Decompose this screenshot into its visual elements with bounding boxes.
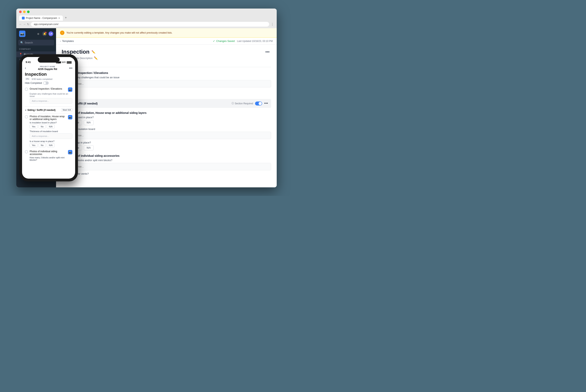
phone-back-btn[interactable]: ‹ (25, 66, 26, 70)
thickness-input[interactable] (62, 132, 271, 139)
close-window-btn[interactable] (19, 10, 22, 13)
field-sublabel: Explain any challenges that could be an … (67, 76, 271, 79)
editing-banner: ! You're currently editing a template. A… (56, 28, 277, 38)
description-row: Enter Template Description ✏️ (62, 56, 271, 60)
phone-radio-no-3[interactable]: No (39, 143, 46, 147)
phone-radio-yes-3[interactable]: Yes (30, 143, 38, 147)
radio-na[interactable]: N/A (84, 120, 94, 125)
browser-menu-btn[interactable]: ⋮ (271, 22, 274, 26)
section-required-label: ⓘ Section Required (232, 102, 253, 105)
wifi-icon: WiFi (62, 61, 66, 64)
forward-btn[interactable]: → (23, 23, 26, 26)
tab-close-btn[interactable]: ✕ (58, 17, 60, 20)
page-title-row: Inspection ✏️ ••• (62, 49, 271, 55)
phone-input-ground[interactable]: Add a response... (30, 98, 72, 104)
phone-input-thickness[interactable]: Add a response... (30, 133, 72, 139)
section-more-btn[interactable]: ••• (264, 101, 268, 106)
last-updated-text: Last Updated 10/16/23, 03:10 PM (237, 40, 273, 42)
new-tab-btn[interactable]: + (63, 15, 99, 21)
phone-mark-na-btn[interactable]: Mark N/A (61, 108, 72, 112)
phone-radio-yes[interactable]: Yes (30, 124, 38, 128)
field-item-ground-inspection: Ground Inspection / Elevations Explain a… (62, 71, 271, 88)
avatar[interactable]: LR (49, 32, 53, 36)
active-browser-tab[interactable]: Project Name - Companycam ✕ (19, 16, 63, 21)
changes-saved-label: Changes Saved (216, 40, 235, 42)
changes-saved-status: ✓ Changes Saved (213, 40, 235, 42)
notifications-btn[interactable]: 🔔 (42, 32, 47, 36)
radio-group-insulation: Yes No N/A (62, 120, 271, 125)
phone-page-title: Inspection (25, 72, 72, 77)
breadcrumb-back-arrow[interactable]: ‹ (60, 40, 61, 42)
more-options-btn[interactable]: ••• (264, 49, 271, 55)
question-insulation-board: Is insulation board in place? (62, 116, 271, 119)
phone-field-label-ground: Ground Inspection / Elevations (30, 88, 66, 90)
section-required-toggle[interactable] (255, 102, 262, 106)
edit-description-btn[interactable]: ✏️ (94, 56, 98, 60)
breadcrumb-templates-link[interactable]: Templates (62, 40, 74, 42)
phone-time: 9:41 (26, 60, 31, 64)
question-thickness: Thickness of insulation board (62, 128, 271, 130)
phone-radio-no[interactable]: No (39, 124, 46, 128)
phone-content: Inspection 0% 0/30 tasks completed Hide … (22, 72, 75, 178)
phone-thickness-label: Thickness of insulation board (30, 130, 72, 132)
phone-radio-group-2: Yes No N/A (30, 143, 72, 147)
phone-checkbox-siding-acc[interactable] (25, 150, 28, 154)
phone-q1: Is insulation board in place? (30, 122, 72, 124)
phone-radio-na-3[interactable]: N/A (47, 143, 55, 147)
field-item-insulation: Photos of Insulation, House wrap or addi… (62, 111, 271, 150)
warning-icon: ! (60, 30, 65, 35)
phone-chevron-icon: ∨ (25, 109, 27, 112)
tab-title: Project Name - Companycam (26, 17, 57, 20)
phone-progress-text: 0/30 tasks completed (32, 78, 52, 80)
question-dryer-vents: How many dryer vents? (62, 172, 271, 175)
phone-field-label-siding-acc: Photos of individual siding accessories (30, 150, 66, 156)
banner-text: You're currently editing a template. Any… (66, 32, 172, 34)
edit-title-btn[interactable]: ✏️ (92, 50, 95, 54)
back-btn[interactable]: ← (19, 23, 22, 26)
minimize-window-btn[interactable] (23, 10, 26, 13)
reload-btn[interactable]: ↻ (27, 23, 30, 26)
search-input-container[interactable]: 🔍 Search (18, 40, 54, 46)
new-field-btn[interactable]: + New Field (62, 92, 271, 95)
question-house-wrap: Is a house wrap in place? (62, 141, 271, 144)
address-bar-row: ← → ↻ ⋮ (16, 21, 277, 28)
phone-q3: Is a house wrap in place? (30, 140, 72, 142)
tab-favicon (22, 17, 25, 20)
add-btn[interactable]: ⊕ (36, 32, 41, 36)
phone-hide-label: Hide Completed (25, 82, 42, 84)
content-area: Inspection ✏️ ••• Enter Template Descrip… (56, 45, 277, 187)
phone-camera-icon[interactable]: 📷 (68, 88, 72, 92)
jblocks-input[interactable] (62, 163, 271, 170)
phone-screen: 9:41 ▂▄▆ WiFi ▓▓▓ ‹ PROJECT NAME 4235 Da… (22, 57, 75, 178)
field-label-insulation: Photos of Insulation, House wrap or addi… (67, 111, 147, 114)
radio-na-wrap[interactable]: N/A (84, 145, 94, 150)
phone-camera-icon-3[interactable]: 📷 (68, 150, 72, 154)
info-icon: ⓘ (232, 102, 234, 105)
phone-checkbox-insulation[interactable] (25, 115, 28, 118)
mobile-phone: 9:41 ▂▄▆ WiFi ▓▓▓ ‹ PROJECT NAME 4235 Da… (19, 54, 78, 182)
company-section-label: Company (16, 48, 56, 52)
company-logo: 📷 (19, 30, 26, 37)
phone-field-siding-acc: Photos of individual siding accessories … (25, 150, 72, 161)
maximize-window-btn[interactable] (27, 10, 30, 13)
phone-checkbox-ground[interactable] (25, 88, 28, 91)
phone-project-label: PROJECT NAME (38, 66, 57, 68)
phone-radio-group-1: Yes No N/A (30, 124, 72, 128)
phone-camera-icon-2[interactable]: 📷 (68, 115, 72, 120)
phone-field-ground: Ground Inspection / Elevations 📷 Explain… (25, 88, 72, 104)
main-content: ! You're currently editing a template. A… (56, 28, 277, 187)
notification-dot (45, 32, 47, 33)
phone-section-title: Siding / Soffit (if needed) (28, 109, 56, 112)
url-input[interactable] (31, 22, 269, 26)
phone-more-btn[interactable]: ••• (69, 66, 72, 70)
field-item-siding-accessories: Photos of individual siding accessories … (62, 154, 271, 175)
phone-field-label-insulation: Photos of Insulation, House wrap or addi… (30, 115, 66, 120)
required-text: Section Required (235, 102, 253, 105)
phone-hide-toggle[interactable] (43, 82, 49, 85)
section-controls: ⓘ Section Required ••• (232, 101, 268, 106)
divider (62, 67, 271, 67)
field-response-input[interactable] (62, 80, 271, 88)
phone-q-jblocks: How many J-blocks and/or split mini bloc… (30, 156, 72, 161)
check-icon: ✓ (213, 40, 215, 42)
phone-radio-na[interactable]: N/A (47, 124, 55, 128)
